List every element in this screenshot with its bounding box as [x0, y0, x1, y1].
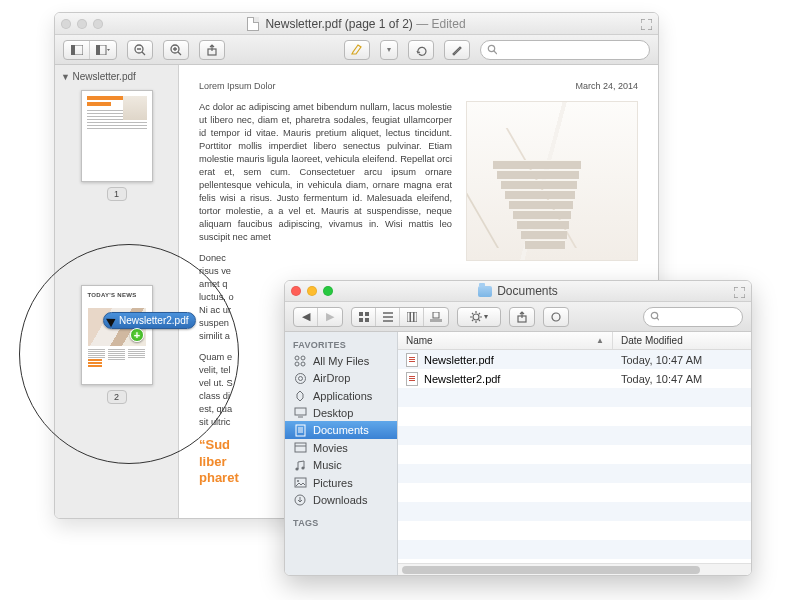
svg-point-37	[552, 313, 560, 321]
doc-header-left: Lorem Ipsum Dolor	[199, 81, 276, 91]
pdf-icon	[406, 372, 418, 386]
minimize-window-button[interactable]	[77, 19, 87, 29]
finder-nav-segment: ◀ ▶	[293, 307, 343, 327]
preview-titlebar: Newsletter.pdf (page 1 of 2) — Edited	[55, 13, 658, 35]
sidebar-item-label: Music	[313, 459, 342, 471]
svg-line-5	[142, 52, 145, 55]
svg-line-32	[472, 313, 473, 314]
tags-header: TAGS	[285, 514, 397, 530]
sidebar-item-airdrop[interactable]: AirDrop	[285, 369, 397, 387]
apps-icon	[293, 390, 307, 402]
music-icon	[293, 459, 307, 472]
svg-rect-15	[365, 312, 369, 316]
sidebar-doc-name[interactable]: Newsletter.pdf	[55, 69, 178, 86]
name-column-header[interactable]: Name▲	[398, 332, 613, 349]
sidebar-item-all[interactable]: All My Files	[285, 352, 397, 369]
pdf-icon	[406, 353, 418, 367]
svg-rect-24	[433, 312, 439, 318]
sidebar-item-label: Documents	[313, 424, 369, 436]
markup-toolbar-button[interactable]	[444, 40, 470, 60]
cursor-icon	[106, 314, 118, 327]
finder-search-input[interactable]	[663, 311, 736, 323]
thumb-headline: TODAY'S NEWS	[88, 292, 146, 298]
finder-title: Documents	[497, 284, 558, 298]
highlight-tool-button[interactable]	[344, 40, 370, 60]
empty-row	[398, 521, 751, 540]
finder-zoom-button[interactable]	[323, 286, 333, 296]
svg-point-57	[297, 480, 299, 482]
zoom-out-button[interactable]	[127, 40, 153, 60]
svg-rect-17	[365, 318, 369, 322]
sidebar-item-desktop[interactable]: Desktop	[285, 404, 397, 421]
preview-toolbar: ▾	[55, 35, 658, 65]
share-button[interactable]	[199, 40, 225, 60]
highlight-dropdown-button[interactable]: ▾	[380, 40, 398, 60]
page-1-thumbnail[interactable]	[81, 90, 153, 182]
finder-share-button[interactable]	[509, 307, 535, 327]
svg-point-38	[651, 312, 657, 318]
zoom-in-button[interactable]	[163, 40, 189, 60]
icon-view-button[interactable]	[352, 308, 376, 326]
svg-point-40	[295, 356, 299, 360]
favorites-header: FAVORITES	[285, 336, 397, 352]
tags-button[interactable]	[543, 307, 569, 327]
finder-fullscreen-button[interactable]	[731, 284, 747, 300]
list-view-button[interactable]	[376, 308, 400, 326]
empty-row	[398, 483, 751, 502]
list-header: Name▲ Date Modified	[398, 332, 751, 350]
svg-line-35	[472, 319, 473, 320]
coverflow-view-button[interactable]	[424, 308, 448, 326]
airdrop-icon	[293, 372, 307, 385]
horizontal-scrollbar[interactable]	[398, 563, 751, 575]
forward-button[interactable]: ▶	[318, 308, 342, 326]
file-row[interactable]: Newsletter.pdfToday, 10:47 AM	[398, 350, 751, 369]
zoom-window-button[interactable]	[93, 19, 103, 29]
desktop-icon	[293, 407, 307, 418]
sidebar-item-label: AirDrop	[313, 372, 350, 384]
sidebar-item-movies[interactable]: Movies	[285, 439, 397, 456]
downloads-icon	[293, 494, 307, 506]
sidebar-item-pictures[interactable]: Pictures	[285, 474, 397, 491]
svg-point-27	[473, 314, 479, 320]
sidebar-item-label: Movies	[313, 442, 348, 454]
finder-titlebar: Documents	[285, 281, 751, 302]
search-icon	[650, 311, 659, 322]
svg-rect-1	[71, 45, 75, 55]
file-name: Newsletter2.pdf	[424, 373, 500, 385]
chevron-down-icon: ▾	[484, 312, 488, 321]
doc-hero-image	[466, 101, 638, 261]
finder-search-field[interactable]	[643, 307, 743, 327]
docs-icon	[293, 424, 307, 437]
svg-line-39	[657, 318, 659, 321]
preview-search-field[interactable]	[480, 40, 650, 60]
sidebar-item-docs[interactable]: Documents	[285, 421, 397, 439]
column-view-button[interactable]	[400, 308, 424, 326]
sidebar-item-music[interactable]: Music	[285, 456, 397, 474]
empty-row	[398, 540, 751, 559]
date-column-header[interactable]: Date Modified	[613, 332, 751, 349]
sidebar-view-button[interactable]	[64, 41, 90, 59]
fullscreen-button[interactable]	[638, 16, 654, 32]
svg-point-41	[301, 356, 305, 360]
svg-point-12	[488, 45, 494, 51]
search-icon	[487, 44, 497, 55]
svg-point-55	[301, 466, 304, 469]
sidebar-item-downloads[interactable]: Downloads	[285, 491, 397, 508]
empty-row	[398, 388, 751, 407]
sidebar-dropdown-button[interactable]	[90, 41, 116, 59]
action-menu-button[interactable]: ▾	[457, 307, 501, 327]
sidebar-item-apps[interactable]: Applications	[285, 387, 397, 404]
scrollbar-thumb[interactable]	[402, 566, 700, 574]
file-row[interactable]: Newsletter2.pdfToday, 10:47 AM	[398, 369, 751, 388]
finder-close-button[interactable]	[291, 286, 301, 296]
svg-rect-3	[96, 45, 100, 55]
drag-add-indicator: +	[130, 328, 144, 342]
close-window-button[interactable]	[61, 19, 71, 29]
finder-minimize-button[interactable]	[307, 286, 317, 296]
preview-search-input[interactable]	[501, 44, 643, 56]
sidebar-item-label: Pictures	[313, 477, 353, 489]
svg-rect-21	[407, 312, 410, 322]
finder-view-segment	[351, 307, 449, 327]
back-button[interactable]: ◀	[294, 308, 318, 326]
rotate-button[interactable]	[408, 40, 434, 60]
